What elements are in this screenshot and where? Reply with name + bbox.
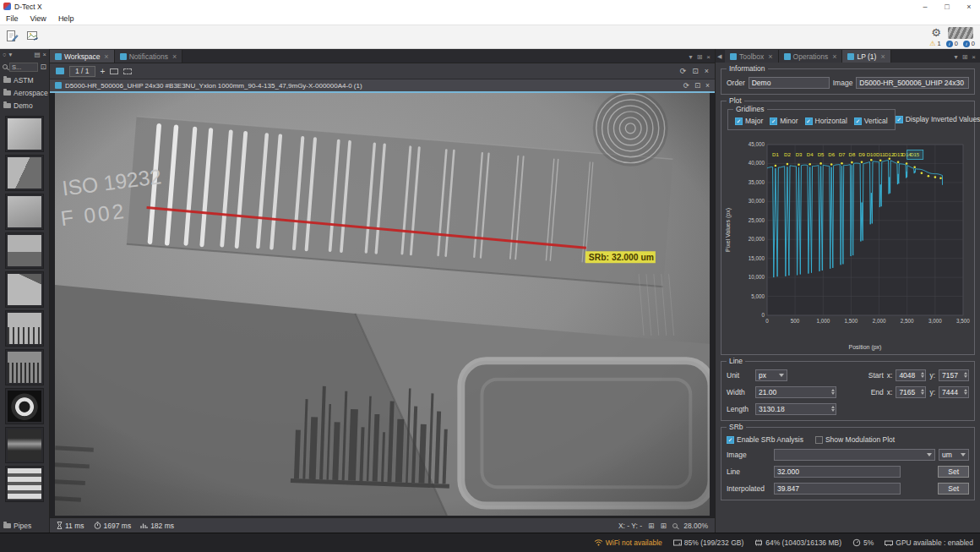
srb-interpolated-input[interactable] bbox=[774, 483, 901, 495]
viewer-toolbar: 1 / 1 + ⟳ ⊡ × bbox=[50, 63, 715, 79]
close-view-icon[interactable]: × bbox=[705, 67, 709, 75]
zoom-level[interactable]: 28.00% bbox=[683, 522, 708, 530]
checkbox-enable-srb-analysis[interactable]: ✓Enable SRb Analysis bbox=[727, 435, 803, 444]
dock-panel-icon[interactable]: ⊞ bbox=[962, 53, 968, 61]
srb-unit-select[interactable]: um bbox=[939, 449, 969, 461]
search-input[interactable]: S... bbox=[9, 63, 38, 72]
close-icon[interactable]: × bbox=[768, 52, 772, 61]
close-button[interactable]: × bbox=[958, 0, 980, 13]
spinner-icon[interactable] bbox=[831, 406, 835, 412]
close-image-icon[interactable]: × bbox=[705, 81, 710, 90]
minimize-button[interactable]: – bbox=[914, 0, 936, 13]
grid-overlay-icon[interactable]: ⊞ bbox=[648, 522, 655, 530]
tab-lp-1[interactable]: LP (1)× bbox=[842, 50, 890, 63]
search-icon bbox=[3, 64, 8, 69]
fit-view-icon[interactable]: ⊡ bbox=[692, 67, 699, 75]
tab-operations[interactable]: Operations× bbox=[779, 50, 843, 63]
image-tab[interactable]: D5000-HR_500006_UHIP 24x30 #B3E3NU_Yxlon… bbox=[50, 79, 678, 91]
settings-gear-icon[interactable]: ⚙ bbox=[931, 26, 941, 39]
thumbnail-item[interactable] bbox=[5, 271, 44, 308]
close-icon[interactable]: × bbox=[172, 52, 177, 61]
thumbnail-item[interactable] bbox=[5, 349, 44, 385]
checkbox-show-modulation-plot[interactable]: Show Modulation Plot bbox=[815, 435, 895, 444]
refresh-view-icon[interactable]: ⟳ bbox=[680, 67, 687, 75]
checkbox-minor[interactable]: ✓Minor bbox=[770, 117, 798, 125]
thumbnail-item[interactable] bbox=[5, 194, 44, 230]
thumbnail-item[interactable] bbox=[5, 116, 44, 152]
add-image-icon[interactable]: + bbox=[101, 67, 106, 76]
close-workspace-icon[interactable]: × bbox=[706, 53, 710, 61]
rect-select-icon[interactable] bbox=[110, 68, 118, 74]
marquee-select-icon[interactable] bbox=[123, 68, 132, 74]
refresh-image-icon[interactable]: ⟳ bbox=[683, 81, 689, 90]
cursor-position: X: - Y: - bbox=[618, 522, 642, 530]
close-icon[interactable]: × bbox=[104, 52, 108, 61]
restore-button[interactable]: □ bbox=[936, 0, 958, 13]
tab-toolbox[interactable]: Toolbox× bbox=[725, 50, 779, 63]
spinner-icon[interactable] bbox=[964, 389, 967, 395]
srb-group: SRb ✓Enable SRb AnalysisShow Modulation … bbox=[721, 427, 975, 500]
checkbox-icon: ✓ bbox=[770, 118, 777, 125]
srb-image-select[interactable] bbox=[774, 449, 935, 461]
set-interpolated-button[interactable]: Set bbox=[938, 483, 969, 495]
length-input[interactable] bbox=[755, 403, 836, 415]
checkbox-display-inverted-values[interactable]: ✓Display Inverted Values bbox=[896, 115, 980, 123]
folder-item-pipes[interactable]: Pipes bbox=[0, 519, 49, 533]
spinner-icon[interactable] bbox=[921, 372, 924, 378]
checkbox-vertical[interactable]: ✓Vertical bbox=[854, 117, 888, 125]
folder-item-astm[interactable]: ASTM bbox=[0, 74, 49, 86]
spinner-icon[interactable] bbox=[964, 372, 967, 378]
info-badge: i0 bbox=[946, 40, 958, 47]
checkbox-horizontal[interactable]: ✓Horizontal bbox=[805, 117, 847, 125]
orders-icon[interactable]: ○ bbox=[3, 51, 7, 58]
thumbnail-item[interactable] bbox=[5, 310, 44, 347]
checkbox-major[interactable]: ✓Major bbox=[735, 117, 763, 125]
expand-search-icon[interactable]: ⊡ bbox=[40, 63, 46, 71]
dock-icon[interactable]: ⊞ bbox=[697, 53, 703, 61]
close-icon[interactable]: × bbox=[832, 52, 836, 61]
srb-line-input[interactable] bbox=[774, 466, 901, 478]
spinner-icon[interactable] bbox=[921, 389, 924, 395]
edit-report-icon[interactable] bbox=[5, 29, 19, 43]
pixel-grid-icon[interactable]: ⊞ bbox=[661, 522, 667, 530]
info-badge: i0 bbox=[963, 40, 975, 47]
thumbnail-image bbox=[8, 352, 41, 383]
close-icon[interactable]: × bbox=[880, 52, 885, 61]
panel-menu-icon[interactable]: ▾ bbox=[955, 53, 958, 61]
menu-view[interactable]: View bbox=[24, 14, 52, 23]
line-profile-chart[interactable]: 05001,0001,5002,0002,5003,0003,50005,000… bbox=[723, 134, 973, 353]
thumbnail-item[interactable] bbox=[5, 427, 44, 463]
list-view-icon[interactable]: ▤ bbox=[35, 51, 41, 58]
page-indicator[interactable]: 1 / 1 bbox=[69, 66, 95, 77]
thumbnail-item[interactable] bbox=[5, 466, 44, 502]
width-input[interactable] bbox=[755, 386, 836, 398]
menu-help[interactable]: Help bbox=[52, 14, 80, 23]
folder-item-aerospace[interactable]: Aerospace bbox=[0, 86, 49, 99]
radiograph-image[interactable]: ISO 19232F 002SRb: 32.000 um bbox=[55, 93, 710, 516]
close-panel-icon[interactable]: × bbox=[43, 51, 46, 58]
set-line-button[interactable]: Set bbox=[938, 466, 969, 478]
scroll-tabs-icon[interactable]: ◀ bbox=[717, 53, 721, 60]
radiograph-viewer[interactable]: ISO 19232F 002SRb: 32.000 um bbox=[50, 91, 715, 517]
tab-workspace[interactable]: Workspace× bbox=[50, 50, 115, 63]
order-input[interactable] bbox=[749, 77, 830, 89]
tab-notifications[interactable]: Notifications× bbox=[115, 50, 183, 63]
image-editor-icon[interactable] bbox=[25, 29, 40, 43]
thumbnail-item[interactable] bbox=[5, 232, 44, 269]
thumbnail-item[interactable] bbox=[5, 388, 44, 424]
svg-text:45,000: 45,000 bbox=[749, 141, 765, 147]
image-name-input[interactable] bbox=[856, 77, 969, 89]
info-icon: i bbox=[946, 41, 953, 47]
zoom-icon bbox=[672, 523, 678, 528]
chevron-down-icon[interactable]: ▾ bbox=[9, 51, 13, 58]
spinner-icon[interactable] bbox=[831, 389, 835, 395]
fit-image-icon[interactable]: ⊡ bbox=[694, 81, 700, 90]
menu-file[interactable]: File bbox=[0, 14, 24, 23]
folder-item-demo[interactable]: Demo bbox=[0, 99, 49, 112]
panel-menu-icon[interactable]: ▾ bbox=[689, 53, 693, 61]
unit-select[interactable]: px bbox=[755, 369, 787, 381]
thumbnail-list bbox=[0, 112, 49, 519]
close-analysis-icon[interactable]: × bbox=[972, 53, 976, 61]
thumbnail-image bbox=[8, 313, 41, 344]
thumbnail-item[interactable] bbox=[5, 155, 44, 191]
